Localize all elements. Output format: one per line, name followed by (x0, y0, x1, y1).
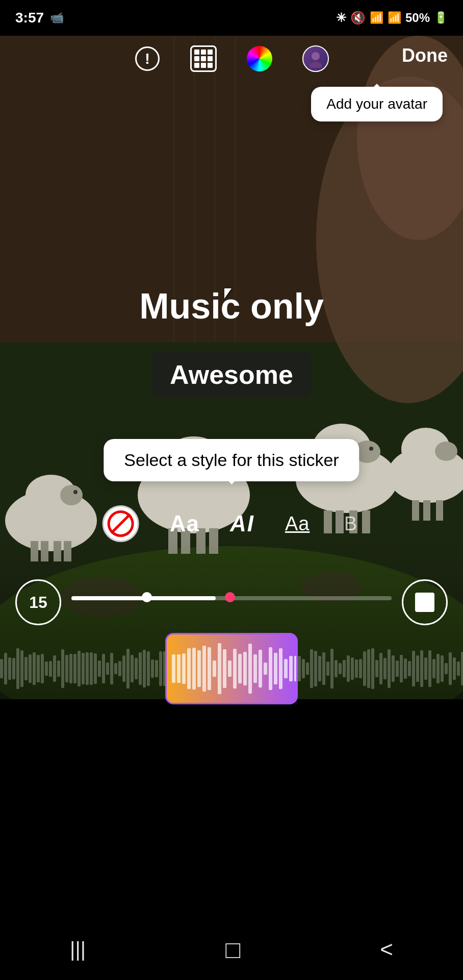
waveform-bar (375, 660, 378, 677)
waveform-bar (371, 648, 374, 689)
style-normal-button[interactable]: Aa (170, 511, 199, 536)
style-underline-button[interactable]: Aa (285, 513, 310, 535)
waveform-bar (90, 652, 93, 684)
waveform-bar (65, 655, 68, 682)
svg-rect-31 (423, 500, 430, 521)
svg-point-43 (310, 62, 322, 68)
waveform-bar (408, 661, 411, 676)
color-button[interactable] (244, 43, 275, 74)
waveform-bar (388, 649, 391, 688)
time-counter-value: 15 (29, 593, 47, 612)
waveform-bar (335, 660, 338, 678)
waveform-bar (359, 659, 362, 679)
waveform-highlight-bar (228, 660, 232, 677)
waveform-bar (94, 653, 97, 683)
ban-icon (102, 505, 139, 542)
waveform-highlight-bar (279, 648, 282, 689)
svg-point-10 (60, 485, 83, 505)
stop-button[interactable] (402, 579, 448, 625)
waveform-highlight-bar (172, 654, 175, 683)
waveform-highlight-bar (197, 650, 201, 687)
waveform-highlight-bar (274, 653, 277, 684)
waveform-highlight-bar (187, 648, 191, 689)
waveform-bar (367, 649, 370, 688)
waveform-highlight-bar (202, 646, 206, 692)
waveform-bar (396, 660, 399, 677)
done-button[interactable]: Done (402, 45, 448, 66)
waveform-bar (33, 652, 36, 685)
waveform-bar (424, 657, 427, 679)
bluetooth-icon: ✳ (336, 11, 346, 25)
sticker-button[interactable] (188, 43, 219, 74)
waveform-bar (4, 653, 7, 684)
waveform-bar (131, 655, 134, 682)
style-normal-label: Aa (170, 511, 199, 536)
waveform-bar (41, 654, 44, 684)
waveform-bar (318, 656, 321, 682)
style-extra-button[interactable]: B (340, 513, 361, 535)
alert-button[interactable]: ! (132, 43, 163, 74)
waveform-bar (122, 655, 125, 682)
svg-rect-30 (412, 500, 419, 521)
waveform-bar (12, 658, 15, 679)
top-toolbar: ! (0, 36, 463, 82)
waveform-bar (53, 655, 56, 682)
waveform-bar (143, 650, 146, 687)
waveform-bar (314, 651, 317, 687)
avatar-tooltip: Add your avatar (311, 87, 443, 121)
battery-label: 50% (405, 11, 430, 25)
waveform-bar (428, 650, 431, 687)
waveform-highlight-bar (177, 654, 181, 683)
waveform-bar (400, 655, 403, 682)
status-time: 3:57 (15, 10, 44, 26)
waveform-bar (159, 651, 162, 685)
waveform-bar (343, 660, 346, 677)
style-picker: Aa AI Aa B (102, 505, 361, 542)
avatar-silhouette (306, 50, 325, 68)
waveform-highlight-bar (289, 656, 293, 681)
style-extra-label: B (344, 513, 357, 535)
waveform-bar (110, 653, 113, 684)
progress-bar[interactable] (71, 596, 392, 600)
waveform-highlight-bar (223, 649, 226, 689)
waveform-bar (16, 648, 19, 689)
waveform-highlight-bar (182, 653, 186, 684)
waveform-bar (306, 663, 309, 674)
mute-icon: 🔇 (350, 11, 366, 25)
waveform-bar (461, 652, 463, 686)
waveform-highlight[interactable] (165, 633, 298, 704)
waveform-highlight-bar (248, 644, 252, 693)
waveform-bar (310, 649, 313, 688)
waveform-bar (383, 658, 387, 679)
waveform-highlight-bar (233, 649, 237, 689)
svg-point-27 (369, 447, 373, 451)
style-bold-italic-button[interactable]: AI (230, 511, 254, 536)
camera-icon: 📹 (50, 11, 64, 24)
waveform-bar (392, 655, 395, 682)
time-counter: 15 (15, 579, 61, 625)
nav-menu-button[interactable]: ||| (70, 938, 86, 961)
waveform-bar (457, 662, 460, 676)
sticker-icon (190, 45, 217, 72)
waveform-bar (139, 652, 142, 685)
waveform-bar (45, 662, 48, 675)
main-content: ! (0, 36, 463, 944)
avatar-button[interactable] (300, 43, 331, 74)
ban-circle-inner (108, 510, 134, 537)
waveform-bar (147, 651, 150, 686)
waveform-bar (86, 652, 89, 685)
awesome-sticker[interactable]: Awesome (151, 352, 312, 397)
alert-icon: ! (135, 46, 160, 71)
waveform-bar (20, 650, 23, 687)
waveform-highlight-bar (218, 643, 221, 694)
waveform-bar (118, 661, 121, 676)
nav-home-button[interactable]: □ (225, 936, 240, 964)
waveform-bar (347, 655, 350, 682)
waveform-bar (355, 659, 358, 678)
nav-back-button[interactable]: < (380, 937, 393, 962)
style-none-button[interactable] (102, 505, 139, 542)
waveform-bar (151, 659, 154, 678)
svg-rect-25 (362, 510, 370, 533)
waveform-highlight-bar (294, 656, 298, 681)
waveform-bar (436, 654, 440, 684)
